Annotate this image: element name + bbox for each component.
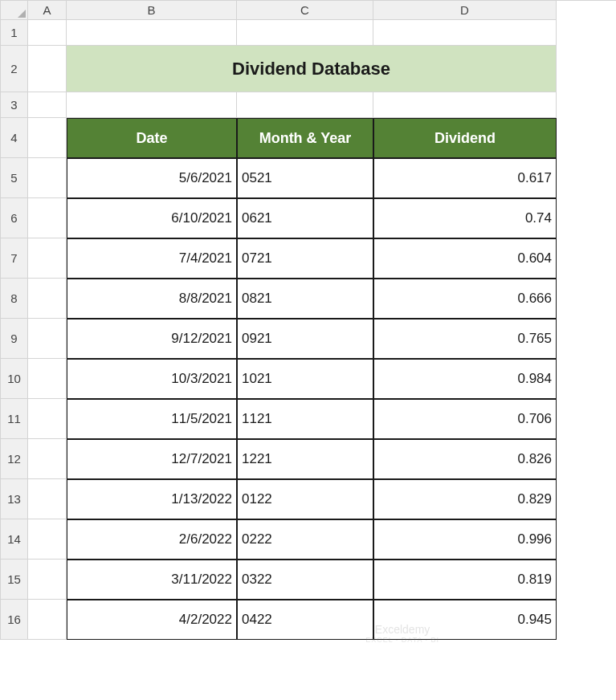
cell-date-9[interactable]: 9/12/2021 bbox=[67, 319, 237, 359]
cell-date-13[interactable]: 1/13/2022 bbox=[67, 479, 237, 519]
cell-a8[interactable] bbox=[28, 279, 67, 319]
row-header-13[interactable]: 13 bbox=[1, 479, 28, 519]
cell-a5[interactable] bbox=[28, 158, 67, 198]
row-header-11[interactable]: 11 bbox=[1, 399, 28, 439]
cell-a11[interactable] bbox=[28, 399, 67, 439]
cell-monthyear-13[interactable]: 0122 bbox=[237, 479, 373, 519]
cell-dividend-9[interactable]: 0.765 bbox=[373, 319, 557, 359]
title-cell[interactable]: Dividend Database bbox=[67, 46, 557, 92]
cell-a2[interactable] bbox=[28, 46, 67, 92]
cell-dividend-15[interactable]: 0.819 bbox=[373, 560, 557, 600]
cell-monthyear-11[interactable]: 1121 bbox=[237, 399, 373, 439]
header-dividend[interactable]: Dividend bbox=[373, 118, 557, 158]
cell-a14[interactable] bbox=[28, 519, 67, 560]
cell-a10[interactable] bbox=[28, 359, 67, 399]
cell-b3[interactable] bbox=[67, 92, 237, 118]
row-header-7[interactable]: 7 bbox=[1, 238, 28, 279]
cell-monthyear-15[interactable]: 0322 bbox=[237, 560, 373, 600]
cell-date-5[interactable]: 5/6/2021 bbox=[67, 158, 237, 198]
col-header-d[interactable]: D bbox=[373, 1, 557, 20]
cell-dividend-7[interactable]: 0.604 bbox=[373, 238, 557, 279]
cell-a1[interactable] bbox=[28, 20, 67, 46]
row-header-3[interactable]: 3 bbox=[1, 92, 28, 118]
header-date[interactable]: Date bbox=[67, 118, 237, 158]
cell-monthyear-14[interactable]: 0222 bbox=[237, 519, 373, 560]
row-header-1[interactable]: 1 bbox=[1, 20, 28, 46]
cell-date-8[interactable]: 8/8/2021 bbox=[67, 279, 237, 319]
cell-a16[interactable] bbox=[28, 600, 67, 640]
cell-d3[interactable] bbox=[373, 92, 557, 118]
spreadsheet-grid: A B C D 1 2 Dividend Database 3 4 Date M… bbox=[0, 0, 616, 640]
cell-a3[interactable] bbox=[28, 92, 67, 118]
cell-a6[interactable] bbox=[28, 198, 67, 238]
cell-date-15[interactable]: 3/11/2022 bbox=[67, 560, 237, 600]
cell-d1[interactable] bbox=[373, 20, 557, 46]
row-header-16[interactable]: 16 bbox=[1, 600, 28, 640]
cell-date-14[interactable]: 2/6/2022 bbox=[67, 519, 237, 560]
cell-a4[interactable] bbox=[28, 118, 67, 158]
cell-monthyear-5[interactable]: 0521 bbox=[237, 158, 373, 198]
cell-dividend-16[interactable]: 0.945 bbox=[373, 600, 557, 640]
cell-monthyear-16[interactable]: 0422 bbox=[237, 600, 373, 640]
cell-dividend-10[interactable]: 0.984 bbox=[373, 359, 557, 399]
cell-date-11[interactable]: 11/5/2021 bbox=[67, 399, 237, 439]
row-header-14[interactable]: 14 bbox=[1, 519, 28, 560]
cell-a15[interactable] bbox=[28, 560, 67, 600]
cell-monthyear-8[interactable]: 0821 bbox=[237, 279, 373, 319]
cell-a13[interactable] bbox=[28, 479, 67, 519]
cell-monthyear-7[interactable]: 0721 bbox=[237, 238, 373, 279]
cell-c3[interactable] bbox=[237, 92, 373, 118]
cell-dividend-12[interactable]: 0.826 bbox=[373, 439, 557, 479]
col-header-a[interactable]: A bbox=[28, 1, 67, 20]
row-header-8[interactable]: 8 bbox=[1, 279, 28, 319]
cell-date-7[interactable]: 7/4/2021 bbox=[67, 238, 237, 279]
row-header-9[interactable]: 9 bbox=[1, 319, 28, 359]
cell-monthyear-9[interactable]: 0921 bbox=[237, 319, 373, 359]
cell-c1[interactable] bbox=[237, 20, 373, 46]
cell-date-16[interactable]: 4/2/2022 bbox=[67, 600, 237, 640]
cell-date-6[interactable]: 6/10/2021 bbox=[67, 198, 237, 238]
row-header-15[interactable]: 15 bbox=[1, 560, 28, 600]
row-header-2[interactable]: 2 bbox=[1, 46, 28, 92]
cell-dividend-11[interactable]: 0.706 bbox=[373, 399, 557, 439]
cell-dividend-5[interactable]: 0.617 bbox=[373, 158, 557, 198]
cell-date-10[interactable]: 10/3/2021 bbox=[67, 359, 237, 399]
row-header-12[interactable]: 12 bbox=[1, 439, 28, 479]
cell-a9[interactable] bbox=[28, 319, 67, 359]
cell-a7[interactable] bbox=[28, 238, 67, 279]
cell-b1[interactable] bbox=[67, 20, 237, 46]
cell-date-12[interactable]: 12/7/2021 bbox=[67, 439, 237, 479]
row-header-4[interactable]: 4 bbox=[1, 118, 28, 158]
cell-dividend-14[interactable]: 0.996 bbox=[373, 519, 557, 560]
cell-dividend-13[interactable]: 0.829 bbox=[373, 479, 557, 519]
col-header-b[interactable]: B bbox=[67, 1, 237, 20]
cell-a12[interactable] bbox=[28, 439, 67, 479]
cell-monthyear-12[interactable]: 1221 bbox=[237, 439, 373, 479]
cell-monthyear-10[interactable]: 1021 bbox=[237, 359, 373, 399]
row-header-6[interactable]: 6 bbox=[1, 198, 28, 238]
cell-dividend-8[interactable]: 0.666 bbox=[373, 279, 557, 319]
header-month-year[interactable]: Month & Year bbox=[237, 118, 373, 158]
row-header-10[interactable]: 10 bbox=[1, 359, 28, 399]
select-all-corner[interactable] bbox=[1, 1, 28, 20]
row-header-5[interactable]: 5 bbox=[1, 158, 28, 198]
col-header-c[interactable]: C bbox=[237, 1, 373, 20]
corner-triangle-icon bbox=[18, 10, 26, 18]
cell-monthyear-6[interactable]: 0621 bbox=[237, 198, 373, 238]
cell-dividend-6[interactable]: 0.74 bbox=[373, 198, 557, 238]
